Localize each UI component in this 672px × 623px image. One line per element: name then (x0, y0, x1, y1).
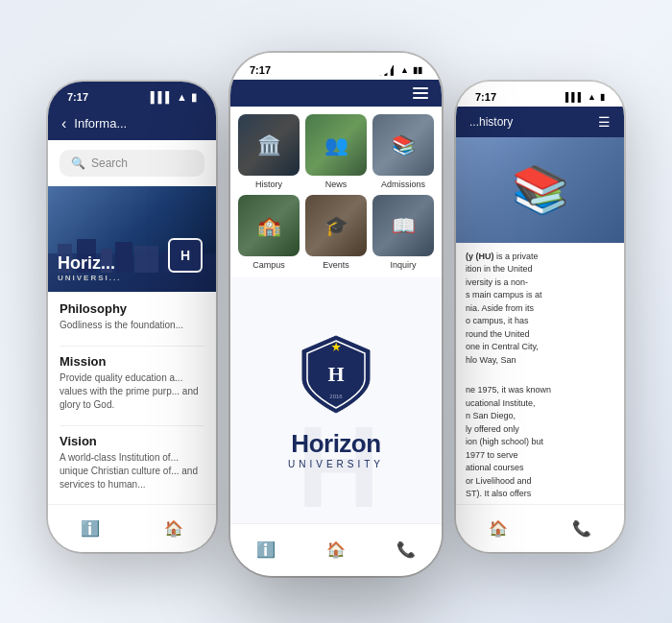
phone-left: 7:17 ▌▌▌ ▲ ▮ ‹ Informa... 🔍 Search (48, 82, 216, 552)
left-content: Philosophy Godliness is the foundation..… (48, 292, 216, 504)
grid-item-inquiry[interactable]: Inquiry (372, 195, 434, 270)
hero-title: Horiz... (58, 253, 121, 274)
center-phone-icon[interactable]: 📞 (396, 540, 416, 559)
library-image: 📚 (456, 137, 624, 243)
right-phone-icon[interactable]: 📞 (572, 519, 591, 538)
right-para-1: ition in the Unitediversity is a non-s m… (466, 264, 542, 365)
left-bottom-nav: ℹ️ 🏠 (48, 504, 216, 552)
right-nav-bar: ...history ☰ (456, 107, 624, 137)
right-content: (y (HU) is a private ition in the United… (456, 243, 624, 504)
svg-text:H: H (327, 362, 344, 386)
grid-label-news: News (325, 180, 348, 189)
thumb-inquiry (372, 195, 434, 256)
center-battery-icon: ▮▮ (413, 65, 422, 75)
thumb-news (305, 114, 367, 176)
hero-sub: UNIVERSI... (58, 274, 121, 282)
grid-item-history[interactable]: History (238, 114, 300, 189)
mission-text: Provide quality education a... values wi… (60, 371, 204, 412)
is-private-text: is a private (496, 252, 539, 261)
right-text-1: (y (HU) is a private ition in the United… (466, 251, 614, 368)
signal-icon: ▌▌▌ (151, 91, 173, 103)
hu-bold-text: (y (HU) (466, 252, 496, 261)
center-time: 7:17 (250, 64, 271, 76)
right-status-bar: 7:17 ▌▌▌ ▲ ▮ (456, 82, 624, 107)
center-home-icon[interactable]: 🏠 (326, 540, 346, 559)
left-nav-title: Informa... (74, 116, 127, 131)
search-placeholder: Search (91, 156, 128, 170)
divider-1 (60, 346, 204, 347)
center-app-bar (230, 80, 442, 107)
left-nav-bar: ‹ Informa... (48, 108, 216, 140)
right-menu-icon[interactable]: ☰ (598, 114, 611, 130)
thumb-events (305, 195, 367, 256)
svg-text:2016: 2016 (329, 394, 343, 399)
battery-icon: ▮ (191, 91, 197, 104)
phone-center: 7:17 ▌▌▌▌ ▲ ▮▮ History News (230, 53, 442, 576)
right-text-2: ne 1975, it was knownucational Institute… (466, 384, 614, 504)
left-status-icons: ▌▌▌ ▲ ▮ (151, 91, 197, 104)
grid-label-events: Events (323, 260, 349, 270)
thumb-campus (238, 195, 300, 256)
divider-2 (60, 425, 204, 426)
vision-title: Vision (60, 434, 204, 448)
search-bar[interactable]: 🔍 Search (60, 150, 204, 177)
grid-item-news[interactable]: News (305, 114, 367, 189)
right-nav-title: ...history (469, 115, 513, 129)
splash-area: H H 2016 Horizon UNIVERSITY (230, 277, 442, 523)
left-time: 7:17 (67, 91, 88, 103)
search-icon: 🔍 (71, 156, 85, 170)
grid-label-admissions: Admissions (381, 180, 425, 189)
right-bottom-nav: 🏠 📞 (456, 504, 624, 552)
grid-container: History News Admissions Campus Events In… (230, 107, 442, 277)
grid-item-admissions[interactable]: Admissions (372, 114, 434, 189)
right-hero: 📚 (456, 137, 624, 243)
hamburger-icon[interactable] (413, 87, 428, 99)
grid-label-history: History (255, 180, 282, 189)
splash-subtitle: UNIVERSITY (288, 459, 384, 469)
svg-rect-5 (134, 246, 158, 273)
right-battery-icon: ▮ (600, 92, 605, 102)
center-notch (278, 53, 394, 76)
philosophy-title: Philosophy (60, 301, 204, 316)
right-time: 7:17 (475, 91, 496, 103)
center-bottom-nav: ℹ️ 🏠 📞 (230, 523, 442, 576)
right-wifi-icon: ▲ (588, 92, 596, 102)
thumb-history (238, 114, 300, 176)
info-nav-icon[interactable]: ℹ️ (81, 519, 100, 538)
grid-label-campus: Campus (252, 260, 285, 270)
home-nav-icon[interactable]: 🏠 (164, 519, 183, 538)
right-home-icon[interactable]: 🏠 (489, 519, 508, 538)
grid-label-inquiry: Inquiry (390, 260, 416, 270)
vision-text: A world-class Institution of... unique C… (60, 451, 204, 491)
left-status-bar: 7:17 ▌▌▌ ▲ ▮ (48, 82, 216, 108)
wifi-icon: ▲ (177, 91, 187, 103)
back-icon[interactable]: ‹ (61, 115, 66, 132)
left-hero: H Horiz... UNIVERSI... (48, 186, 216, 292)
center-wifi-icon: ▲ (400, 65, 409, 75)
center-info-icon[interactable]: ℹ️ (256, 540, 276, 559)
thumb-admissions (372, 114, 434, 176)
right-status-icons: ▌▌▌ ▲ ▮ (565, 92, 605, 102)
right-para-2: ne 1975, it was knownucational Institute… (466, 385, 551, 504)
mission-title: Mission (60, 354, 204, 369)
splash-title: Horizon (291, 429, 380, 459)
grid-item-events[interactable]: Events (305, 195, 367, 270)
philosophy-text: Godliness is the foundation... (60, 319, 204, 332)
grid-item-campus[interactable]: Campus (238, 195, 300, 270)
hero-text: Horiz... UNIVERSI... (58, 253, 121, 282)
shield-logo-large: H 2016 (298, 331, 374, 418)
right-signal-icon: ▌▌▌ (565, 92, 584, 102)
phone-right: 7:17 ▌▌▌ ▲ ▮ ...history ☰ 📚 (y (HU) is a… (456, 82, 624, 552)
hero-badge: H (168, 238, 203, 273)
